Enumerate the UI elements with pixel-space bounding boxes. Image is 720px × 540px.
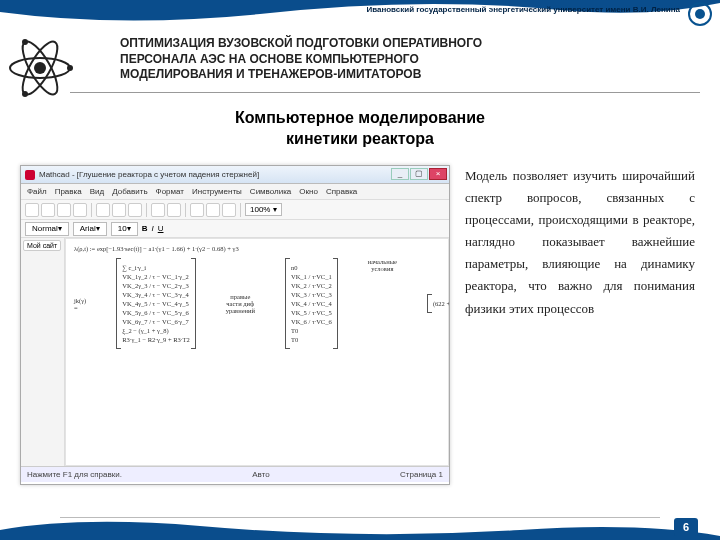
maximize-button[interactable]: ▢ (410, 168, 428, 180)
status-help: Нажмите F1 для справки. (27, 470, 122, 479)
menu-item[interactable]: Символика (250, 187, 291, 196)
redo-icon[interactable] (167, 203, 181, 217)
font-select[interactable]: Arial ▾ (73, 222, 107, 236)
document-area: Мой сайт λ(ρ,t) := exp[−1.93·sec(t)] − a… (21, 238, 449, 466)
title-underline (70, 92, 700, 93)
cut-icon[interactable] (96, 203, 110, 217)
toolbar: 100% ▾ (21, 200, 449, 220)
menu-item[interactable]: Вид (90, 187, 104, 196)
window-titlebar: Mathcad - [Глушение реактора с учетом па… (21, 166, 449, 184)
menu-item[interactable]: Окно (299, 187, 318, 196)
underline-button[interactable]: U (158, 224, 164, 233)
menu-item[interactable]: Правка (55, 187, 82, 196)
left-vector: ∑ c_i·γ_i VK_1γ_2 / τ − VC_1·γ_2 VK_2γ_3… (116, 258, 195, 349)
right-expr: (622 + 275 + T1)/T0 − 1.661 (427, 294, 449, 313)
side-panel: Мой сайт (21, 238, 65, 466)
minimize-button[interactable]: _ (391, 168, 409, 180)
svg-point-8 (22, 39, 28, 45)
top-banner: Ивановский государственный энергетически… (0, 0, 720, 30)
svg-point-6 (67, 65, 73, 71)
save-icon[interactable] (57, 203, 71, 217)
zoom-select[interactable]: 100% ▾ (245, 203, 282, 216)
side-tab[interactable]: Мой сайт (23, 240, 61, 251)
menu-item[interactable]: Инструменты (192, 187, 242, 196)
print-icon[interactable] (73, 203, 87, 217)
copy-icon[interactable] (112, 203, 126, 217)
subtitle-line: кинетики реактора (0, 129, 720, 150)
university-name: Ивановский государственный энергетически… (366, 5, 680, 14)
mathcad-screenshot: Mathcad - [Глушение реактора с учетом па… (20, 165, 450, 485)
mid-vector: n0 VK_1 / τ·VC_1 VK_2 / τ·VC_2 VK_3 / τ·… (285, 258, 338, 349)
undo-icon[interactable] (151, 203, 165, 217)
subtitle: Компьютерное моделирование кинетики реак… (0, 108, 720, 150)
menu-bar: Файл Правка Вид Добавить Формат Инструме… (21, 184, 449, 200)
paste-icon[interactable] (128, 203, 142, 217)
open-icon[interactable] (41, 203, 55, 217)
bold-button[interactable]: B (142, 224, 148, 233)
menu-item[interactable]: Справка (326, 187, 357, 196)
style-select[interactable]: Normal ▾ (25, 222, 69, 236)
window-title: Mathcad - [Глушение реактора с учетом па… (39, 170, 259, 179)
new-icon[interactable] (25, 203, 39, 217)
svg-point-5 (34, 62, 46, 74)
page-number: 6 (674, 518, 698, 536)
fx-icon[interactable] (206, 203, 220, 217)
title-line: ПЕРСОНАЛА АЭС НА ОСНОВЕ КОМПЬЮТЕРНОГО (120, 52, 670, 68)
title-line: МОДЕЛИРОВАНИЯ И ТРЕНАЖЕРОВ-ИМИТАТОРОВ (120, 67, 670, 83)
app-icon (25, 170, 35, 180)
graph-icon[interactable] (222, 203, 236, 217)
status-mode: Авто (252, 470, 269, 479)
worksheet[interactable]: λ(ρ,t) := exp[−1.93·sec(t)] − a1·(γ1 − 1… (65, 238, 449, 466)
title-line: ОПТИМИЗАЦИЯ ВУЗОВСКОЙ ПОДГОТОВКИ ОПЕРАТИ… (120, 36, 670, 52)
body-paragraph: Модель позволяет изучить широчайший спек… (465, 165, 695, 320)
footer: 6 (0, 514, 720, 540)
svg-point-7 (22, 91, 28, 97)
atom-logo-icon (0, 28, 80, 108)
format-bar: Normal ▾ Arial ▾ 10 ▾ B I U (21, 220, 449, 238)
menu-item[interactable]: Файл (27, 187, 47, 196)
slide-title: ОПТИМИЗАЦИЯ ВУЗОВСКОЙ ПОДГОТОВКИ ОПЕРАТИ… (120, 36, 670, 83)
menu-item[interactable]: Формат (156, 187, 184, 196)
equation-header: λ(ρ,t) := exp[−1.93·sec(t)] − a1·(γ1 − 1… (74, 245, 440, 252)
status-bar: Нажмите F1 для справки. Авто Страница 1 (21, 466, 449, 482)
svg-point-1 (695, 9, 705, 19)
close-button[interactable]: × (429, 168, 447, 180)
left-vector-label: jk(γ) = (74, 297, 86, 311)
mid-annotation: правые части диф уравнений (226, 293, 255, 314)
right-annotation: начальные условия (368, 258, 397, 272)
italic-button[interactable]: I (151, 224, 153, 233)
calc-icon[interactable] (190, 203, 204, 217)
subtitle-line: Компьютерное моделирование (0, 108, 720, 129)
menu-item[interactable]: Добавить (112, 187, 147, 196)
corner-logo-icon (688, 2, 712, 26)
size-select[interactable]: 10 ▾ (111, 222, 138, 236)
status-page: Страница 1 (400, 470, 443, 479)
